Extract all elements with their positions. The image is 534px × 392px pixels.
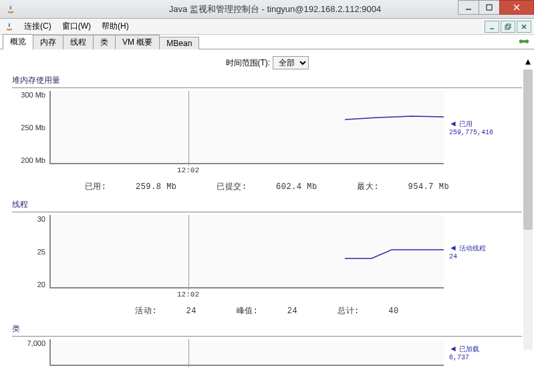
mdi-close-button[interactable]	[517, 21, 531, 33]
svg-rect-1	[487, 5, 492, 10]
menubar: 连接(C) 窗口(W) 帮助(H)	[0, 19, 534, 35]
threads-legend: ◄ 活动线程 24	[444, 215, 504, 288]
heap-x-axis: 12:02	[12, 166, 522, 174]
time-range-label: 时间范围(T):	[226, 58, 271, 67]
ytick: 300 Mb	[12, 91, 45, 99]
heap-stats: 已用: 259.8 Mb 已提交: 602.4 Mb 最大: 954.7 Mb	[12, 181, 522, 192]
heap-title: 堆内存使用量	[12, 75, 522, 88]
threads-legend-value: 24	[449, 253, 504, 260]
threads-section: 线程 30 25 20 ◄ 活动线程 24 12:02 活动: 24 峰值: 2…	[0, 199, 534, 323]
scrollbar-thumb[interactable]	[523, 69, 533, 230]
window-title: Java 监视和管理控制台 - tingyun@192.168.2.112:90…	[16, 3, 534, 15]
heap-legend-label: 已用	[459, 120, 473, 128]
ytick: 200 Mb	[12, 156, 45, 164]
tab-threads[interactable]: 线程	[63, 35, 94, 49]
tab-classes[interactable]: 类	[93, 35, 116, 49]
tab-vm-summary[interactable]: VM 概要	[115, 35, 160, 49]
java-cup-icon	[4, 21, 15, 32]
threads-legend-label: 活动线程	[459, 244, 486, 252]
time-range-select[interactable]: 全部	[273, 56, 309, 69]
ytick: 7,000	[12, 339, 45, 347]
heap-y-axis: 300 Mb 250 Mb 200 Mb	[12, 91, 49, 164]
java-icon	[5, 4, 16, 15]
classes-chart[interactable]	[49, 339, 444, 366]
tab-overview[interactable]: 概览	[3, 34, 33, 49]
minimize-button[interactable]	[458, 0, 479, 15]
threads-title: 线程	[12, 199, 522, 212]
classes-legend: ◄ 已加载 6,737	[444, 339, 504, 366]
ytick: 250 Mb	[12, 124, 45, 132]
heap-section: 堆内存使用量 300 Mb 250 Mb 200 Mb ◄ 已用 259,775…	[0, 75, 534, 199]
svg-rect-11	[521, 40, 527, 43]
tab-strip: 概览 内存 线程 类 VM 概要 MBean	[0, 35, 534, 49]
heap-series-line	[345, 116, 444, 120]
classes-legend-label: 已加载	[459, 345, 479, 353]
content-area: 时间范围(T): 全部 堆内存使用量 300 Mb 250 Mb 200 Mb …	[0, 49, 534, 392]
heap-chart[interactable]	[49, 91, 444, 164]
heap-legend: ◄ 已用 259,775,416	[444, 91, 504, 164]
svg-rect-6	[507, 24, 511, 28]
ytick: 20	[12, 280, 45, 288]
threads-series-line	[345, 250, 444, 258]
menu-window[interactable]: 窗口(W)	[57, 19, 96, 33]
tab-mbean[interactable]: MBean	[159, 37, 199, 49]
menu-connection[interactable]: 连接(C)	[19, 19, 57, 33]
tab-memory[interactable]: 内存	[33, 35, 63, 49]
svg-rect-5	[505, 25, 509, 29]
classes-y-axis: 7,000	[12, 339, 49, 366]
threads-y-axis: 30 25 20	[12, 215, 49, 288]
mdi-minimize-button[interactable]	[485, 21, 499, 33]
classes-section: 类 7,000 ◄ 已加载 6,737	[0, 323, 534, 373]
scroll-up-icon[interactable]: ▴	[523, 56, 533, 65]
classes-legend-value: 6,737	[449, 354, 504, 361]
menu-help[interactable]: 帮助(H)	[96, 19, 134, 33]
threads-chart[interactable]	[49, 215, 444, 288]
classes-title: 类	[12, 323, 522, 337]
threads-stats: 活动: 24 峰值: 24 总计: 40	[12, 305, 522, 317]
ytick: 25	[12, 248, 45, 256]
time-range-row: 时间范围(T): 全部	[0, 49, 534, 75]
threads-x-axis: 12:02	[12, 290, 522, 299]
close-button[interactable]	[499, 0, 534, 15]
heap-legend-value: 259,775,416	[449, 129, 504, 136]
maximize-button[interactable]	[479, 0, 500, 15]
vertical-scrollbar[interactable]: ▴	[523, 69, 533, 350]
titlebar: Java 监视和管理控制台 - tingyun@192.168.2.112:90…	[0, 0, 534, 19]
mdi-restore-button[interactable]	[501, 21, 515, 33]
ytick: 30	[12, 215, 45, 223]
refresh-connect-icon[interactable]	[518, 36, 530, 47]
